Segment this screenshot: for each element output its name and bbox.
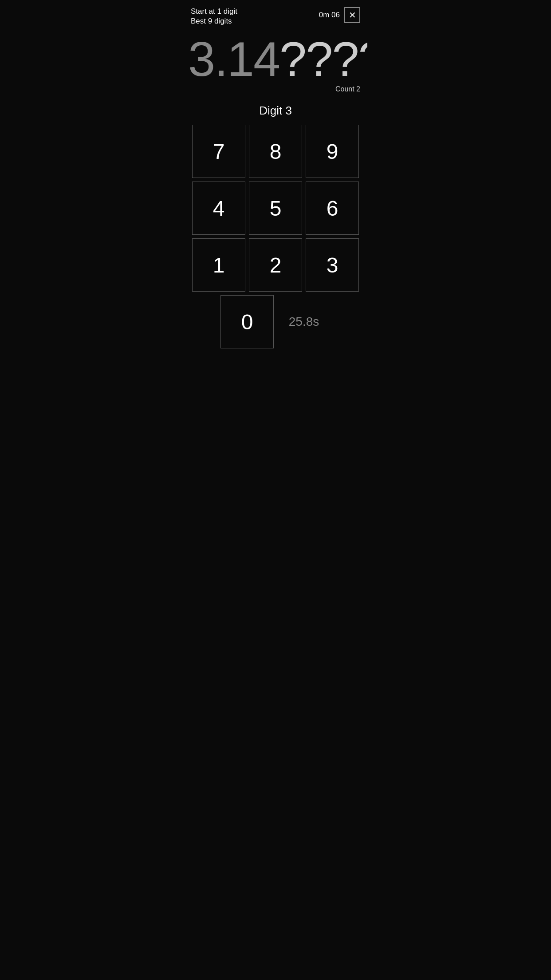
digit-prompt: Digit 3 [184,104,367,118]
pi-unknown-digits: ????? [279,35,367,83]
key-4[interactable]: 4 [192,182,245,235]
key-5[interactable]: 5 [249,182,302,235]
key-7[interactable]: 7 [192,125,245,178]
key-3[interactable]: 3 [306,238,359,292]
header: Start at 1 digit Best 9 digits 0m 06 ✕ [184,0,367,26]
key-2[interactable]: 2 [249,238,302,292]
pi-display: 3.14 ????? [184,26,367,83]
header-left: Start at 1 digit Best 9 digits [191,7,237,26]
count-label: Count 2 [184,85,367,93]
keypad-bottom-row: 0 25.8s [220,295,331,348]
key-8[interactable]: 8 [249,125,302,178]
close-button[interactable]: ✕ [344,7,360,23]
keypad-row-2: 4 5 6 [192,182,359,235]
session-timer: 0m 06 [319,11,340,20]
pi-known-digits: 3.14 [188,35,279,83]
key-9[interactable]: 9 [306,125,359,178]
start-label: Start at 1 digit [191,7,237,16]
key-6[interactable]: 6 [306,182,359,235]
keypad-row-1: 7 8 9 [192,125,359,178]
key-0[interactable]: 0 [220,295,274,348]
key-1[interactable]: 1 [192,238,245,292]
best-label: Best 9 digits [191,17,237,26]
header-right: 0m 06 ✕ [319,7,360,23]
keypad: 7 8 9 4 5 6 1 2 3 0 25.8s [184,125,367,348]
elapsed-timer: 25.8s [277,315,331,329]
keypad-row-3: 1 2 3 [192,238,359,292]
